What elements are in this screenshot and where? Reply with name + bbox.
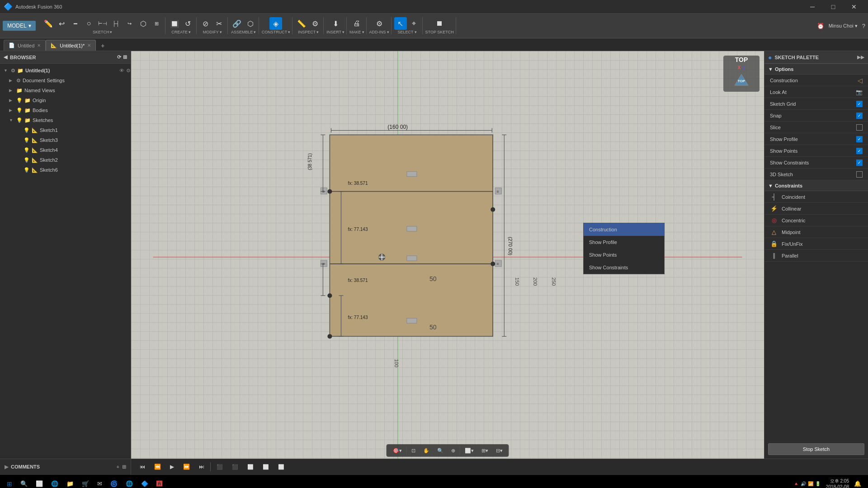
constraint-concentric[interactable]: ◎ Concentric xyxy=(764,215,868,226)
notification-btn[interactable]: 🔔 xyxy=(851,479,864,488)
joint-icon[interactable]: 🔗 xyxy=(231,17,243,30)
polygon-icon[interactable]: ⬡ xyxy=(137,17,150,30)
tree-item-sketch3[interactable]: 💡 📐 Sketch3 xyxy=(0,135,131,145)
3d-sketch-check[interactable] xyxy=(856,171,863,178)
forward-button[interactable]: ⏭ xyxy=(196,462,208,472)
make-group-label[interactable]: MAKE ▾ xyxy=(349,30,364,34)
fit-btn[interactable]: ⊕ xyxy=(448,446,458,455)
minimize-button[interactable]: ─ xyxy=(802,0,823,14)
inspect-group-label[interactable]: INSPECT ▾ xyxy=(298,30,319,34)
show-constraints-check[interactable] xyxy=(856,160,863,166)
addins-icon[interactable]: ⚙ xyxy=(373,17,386,30)
tree-item-sketch4[interactable]: 💡 📐 Sketch4 xyxy=(0,145,131,155)
tree-item-sketch6[interactable]: 💡 📐 Sketch6 xyxy=(0,165,131,175)
tree-item-docsettings[interactable]: ▶ ⚙ Document Settings xyxy=(0,75,131,85)
tab-untitled[interactable]: 📄 Untitled ✕ xyxy=(4,40,46,51)
close-button[interactable]: ✕ xyxy=(844,0,864,14)
browser-expand-icon[interactable]: ⊞ xyxy=(123,54,127,60)
tree-item-sketch2[interactable]: 💡 📐 Sketch2 xyxy=(0,155,131,165)
tab-untitled1[interactable]: 📐 Untitled(1)* ✕ xyxy=(46,40,96,51)
comments-expand2-icon[interactable]: ⊞ xyxy=(122,464,126,470)
constraint-midpoint[interactable]: △ Midpoint xyxy=(764,226,868,238)
assemble-group-label[interactable]: ASSEMBLE ▾ xyxy=(231,30,256,34)
mirror-icon[interactable]: ⊞ xyxy=(151,17,163,30)
show-points-check[interactable] xyxy=(856,148,863,154)
taskview-btn[interactable]: ⬜ xyxy=(33,479,46,488)
insert-group-label[interactable]: INSERT ▾ xyxy=(326,30,344,34)
edge-btn[interactable]: 🌐 xyxy=(48,479,61,488)
option-snap[interactable]: Snap xyxy=(764,110,868,122)
tree-item-bodies[interactable]: ▶ 💡 📁 Bodies xyxy=(0,105,131,115)
option-slice[interactable]: Slice xyxy=(764,122,868,133)
option-3d-sketch[interactable]: 3D Sketch xyxy=(764,169,868,180)
corona-btn[interactable]: 🌀 xyxy=(107,479,121,488)
context-item-show-constraints[interactable]: Show Constraints xyxy=(584,261,664,274)
offset-plane-icon[interactable]: ◈ xyxy=(269,17,282,30)
rewind-button[interactable]: ⏮ xyxy=(137,462,148,472)
extrude-icon[interactable]: 🔲 xyxy=(168,17,181,30)
tree-item-sketches[interactable]: ▼ 💡 📁 Sketches xyxy=(0,115,131,125)
history-mark-btn[interactable]: ⬛ xyxy=(213,462,226,472)
tree-item-origin[interactable]: ▶ 💡 📁 Origin xyxy=(0,95,131,105)
measure-icon[interactable]: 📏 xyxy=(295,17,308,30)
context-item-show-profile[interactable]: Show Profile xyxy=(584,236,664,249)
app-btn[interactable]: 🅰 xyxy=(153,479,165,488)
option-look-at[interactable]: Look At 📷 xyxy=(764,86,868,98)
history-btn1[interactable]: ⬛ xyxy=(229,462,241,472)
options-section-header[interactable]: ▼ Options xyxy=(764,64,868,75)
sketch-group-label[interactable]: SKETCH ▾ xyxy=(93,30,113,34)
combine-icon[interactable]: ✂ xyxy=(213,17,226,30)
constraint-icon[interactable]: ├┤ xyxy=(110,17,123,30)
root-eye-icon[interactable]: 👁 xyxy=(119,68,124,73)
browser-collapse-icon[interactable]: ◀ xyxy=(4,54,7,60)
option-show-profile[interactable]: Show Profile xyxy=(764,133,868,145)
fusion-btn[interactable]: 🔷 xyxy=(138,479,151,488)
rigid-group-icon[interactable]: ⬡ xyxy=(244,17,257,30)
constraint-coincident[interactable]: ┤ Coincident xyxy=(764,191,868,203)
store-btn[interactable]: 🛒 xyxy=(79,479,92,488)
display-icon[interactable]: ⚙ xyxy=(309,17,321,30)
stop-sketch-button[interactable]: Stop Sketch xyxy=(768,443,864,455)
comments-add-icon[interactable]: + xyxy=(117,464,119,469)
option-show-constraints[interactable]: Show Constraints xyxy=(764,157,868,169)
viewcube[interactable]: TOP X Z TOP xyxy=(723,56,760,92)
constraints-section-header[interactable]: ▼ Constraints xyxy=(764,180,868,191)
tab-untitled1-close[interactable]: ✕ xyxy=(87,43,91,48)
history-btn3[interactable]: ⬜ xyxy=(259,462,272,472)
zoom-btn[interactable]: 🔍 xyxy=(434,446,447,455)
option-sketch-grid[interactable]: Sketch Grid xyxy=(764,98,868,110)
model-dropdown[interactable]: MODEL ▾ xyxy=(3,21,36,31)
constraint-fix[interactable]: 🔒 Fix/UnFix xyxy=(764,238,868,250)
create-group-label[interactable]: CREATE ▾ xyxy=(171,30,191,34)
browser-refresh-icon[interactable]: ⟳ xyxy=(117,54,121,60)
show-profile-check[interactable] xyxy=(856,136,863,142)
fillet-icon[interactable]: ↪ xyxy=(123,17,136,30)
comments-expand-icon[interactable]: ▶ xyxy=(5,464,8,470)
constraint-parallel[interactable]: ∥ Parallel xyxy=(764,250,868,262)
addins-group-label[interactable]: ADD-INS ▾ xyxy=(369,30,389,34)
display-mode-btn[interactable]: ⬜▾ xyxy=(462,446,477,455)
slice-check[interactable] xyxy=(856,124,863,131)
stop-sketch-group-label[interactable]: STOP SKETCH xyxy=(425,30,454,34)
history-btn4[interactable]: ⬜ xyxy=(275,462,288,472)
canvas-area[interactable]: ≡ ≡ ≡ ≡ xyxy=(131,51,764,459)
3dprint-icon[interactable]: 🖨 xyxy=(350,17,363,30)
revolve-icon[interactable]: ↺ xyxy=(182,17,194,30)
modify-group-label[interactable]: MODIFY ▾ xyxy=(203,30,222,34)
context-item-construction[interactable]: Construction xyxy=(584,223,664,236)
next-button[interactable]: ⏩ xyxy=(180,462,193,472)
play-button[interactable]: ▶ xyxy=(167,462,177,472)
palette-collapse-btn[interactable]: ▶▶ xyxy=(857,55,864,60)
fillet3d-icon[interactable]: ⊘ xyxy=(199,17,212,30)
maximize-button[interactable]: □ xyxy=(823,0,844,14)
search-btn[interactable]: 🔍 xyxy=(17,479,31,488)
new-tab-button[interactable]: + xyxy=(98,41,108,51)
grid-snap-btn[interactable]: ⊡ xyxy=(408,446,419,455)
select-icon[interactable]: ↖ xyxy=(394,17,407,30)
history-btn2[interactable]: ⬜ xyxy=(244,462,257,472)
root-gear-icon[interactable]: ⚙ xyxy=(126,68,131,74)
tree-item-namedviews[interactable]: ▶ 📁 Named Views xyxy=(0,85,131,95)
option-construction[interactable]: Construction ◁ xyxy=(764,75,868,86)
tab-untitled-close[interactable]: ✕ xyxy=(37,43,41,48)
user-menu[interactable]: Minsu Choi ▾ xyxy=(829,23,858,29)
